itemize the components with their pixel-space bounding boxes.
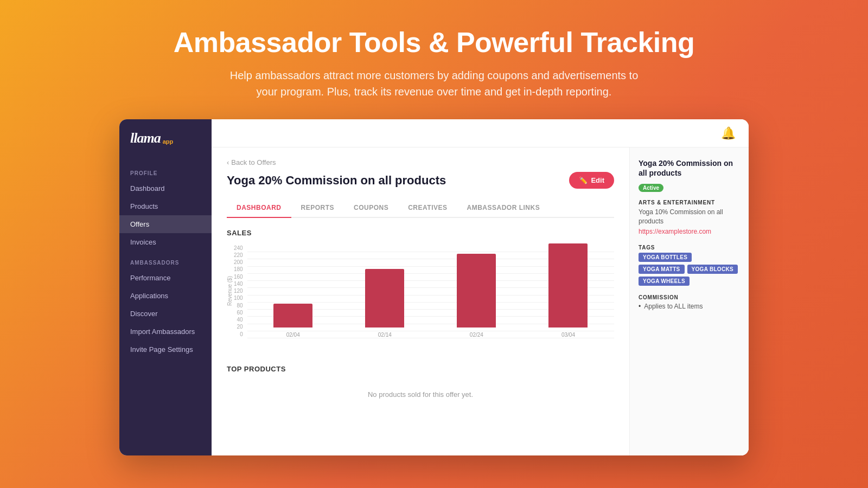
breadcrumb[interactable]: ‹ Back to Offers	[227, 158, 614, 166]
breadcrumb-text: Back to Offers	[231, 158, 276, 166]
chart-bars-area: 02/04 02/14 02/24	[247, 252, 614, 352]
sidebar-item-offers[interactable]: Offers	[119, 215, 212, 233]
profile-section-label: PROFILE	[119, 162, 212, 179]
panel-tags-label: TAGS	[639, 245, 740, 251]
panel-category-desc: Yoga 10% Commission on all products	[639, 208, 740, 226]
y-label-240: 240	[234, 245, 243, 251]
edit-button[interactable]: ✏️ Edit	[569, 172, 614, 189]
app-window: llama app PROFILE Dashboard Products Off…	[119, 119, 749, 455]
bar-group-3: 02/24	[457, 254, 496, 338]
commission-item: Applies to ALL items	[639, 303, 740, 310]
tab-ambassador-links[interactable]: AMBASSADOR LINKS	[457, 198, 550, 218]
y-label-200: 200	[234, 259, 243, 265]
main-panel: ‹ Back to Offers Yoga 20% Commission on …	[212, 147, 629, 455]
hero-section: Ambassador Tools & Powerful Tracking Hel…	[0, 0, 868, 119]
offer-header: Yoga 20% Commission on all products ✏️ E…	[227, 172, 614, 189]
bar-0304	[548, 243, 588, 328]
no-products-message: No products sold for this offer yet.	[227, 380, 614, 409]
y-label-0: 0	[240, 331, 243, 337]
sidebar-item-discover[interactable]: Discover	[119, 305, 212, 323]
y-label-80: 80	[237, 303, 243, 309]
bar-group-4: 03/04	[548, 243, 588, 338]
tab-reports[interactable]: REPORTS	[291, 198, 344, 218]
panel-tags-section: TAGS YOGA BOTTLES YOGA MATTS YOGA BLOCKS…	[639, 245, 740, 286]
bar-label-0214: 02/14	[378, 332, 392, 338]
y-label-220: 220	[234, 252, 243, 258]
hero-subtitle: Help ambassadors attract more customers …	[228, 67, 640, 100]
chevron-left-icon: ‹	[227, 158, 229, 166]
bar-0214	[365, 269, 404, 328]
y-axis-container: Revenue ($) 240 220 200 180 160 140 120 …	[227, 241, 247, 341]
sidebar-item-dashboard[interactable]: Dashboard	[119, 179, 212, 197]
top-products-section: TOP PRODUCTS No products sold for this o…	[227, 365, 614, 409]
sidebar: llama app PROFILE Dashboard Products Off…	[119, 119, 212, 455]
logo-text: llama	[130, 130, 161, 146]
bar-group-2: 02/14	[365, 269, 404, 338]
sidebar-item-invoices[interactable]: Invoices	[119, 233, 212, 251]
topbar: 🔔	[212, 119, 749, 147]
y-label-60: 60	[237, 310, 243, 316]
panel-store-link[interactable]: https://examplestore.com	[639, 228, 711, 235]
tab-creatives[interactable]: CREATIVES	[398, 198, 457, 218]
tags-container: YOGA BOTTLES YOGA MATTS YOGA BLOCKS YOGA…	[639, 253, 740, 286]
ambassadors-section-label: AMBASSADORS	[119, 251, 212, 269]
sales-section-title: SALES	[227, 229, 614, 237]
y-label-160: 160	[234, 274, 243, 280]
tag-yoga-matts: YOGA MATTS	[639, 265, 685, 274]
content-area: ‹ Back to Offers Yoga 20% Commission on …	[212, 147, 749, 455]
edit-icon: ✏️	[579, 176, 588, 184]
panel-category-label: ARTS & ENTERTAINMENT	[639, 200, 740, 206]
sidebar-item-import-ambassadors[interactable]: Import Ambassadors	[119, 323, 212, 341]
y-label-20: 20	[237, 324, 243, 330]
hero-title: Ambassador Tools & Powerful Tracking	[11, 26, 857, 59]
edit-label: Edit	[591, 176, 604, 184]
bar-label-0204: 02/04	[286, 332, 300, 338]
right-panel: Yoga 20% Commission on all products Acti…	[629, 147, 749, 455]
y-label-120: 120	[234, 288, 243, 294]
bar-label-0304: 03/04	[561, 332, 575, 338]
panel-commission-label: COMMISSION	[639, 294, 740, 300]
bar-label-0224: 02/24	[470, 332, 483, 338]
bar-group-1: 02/04	[273, 304, 312, 338]
status-badge: Active	[639, 184, 663, 192]
top-products-title: TOP PRODUCTS	[227, 365, 614, 373]
tag-yoga-blocks: YOGA BLOCKS	[687, 265, 738, 274]
bell-icon[interactable]: 🔔	[721, 126, 736, 140]
main-content: 🔔 ‹ Back to Offers Yoga 20% Commission o…	[212, 119, 749, 455]
bar-0224	[457, 254, 496, 328]
tag-yoga-wheels: YOGA WHEELS	[639, 277, 690, 286]
sales-chart: Revenue ($) 240 220 200 180 160 140 120 …	[227, 243, 614, 352]
bars-row: 02/04 02/14 02/24	[247, 251, 614, 338]
panel-commission-section: COMMISSION Applies to ALL items	[639, 294, 740, 310]
panel-offer-title: Yoga 20% Commission on all products	[639, 158, 740, 178]
tag-yoga-bottles: YOGA BOTTLES	[639, 253, 692, 262]
y-label-180: 180	[234, 266, 243, 272]
y-label-140: 140	[234, 281, 243, 287]
bar-0204	[273, 304, 312, 328]
tab-coupons[interactable]: COUPONS	[344, 198, 398, 218]
y-label-40: 40	[237, 317, 243, 323]
tabs-bar: DASHBOARD REPORTS COUPONS CREATIVES AMBA…	[227, 198, 614, 218]
y-axis-labels: 240 220 200 180 160 140 120 100 80 60 40…	[234, 245, 243, 337]
tab-dashboard[interactable]: DASHBOARD	[227, 198, 291, 218]
sidebar-item-invite-page-settings[interactable]: Invite Page Settings	[119, 341, 212, 358]
offer-title: Yoga 20% Commission on all products	[227, 174, 446, 188]
panel-category-section: ARTS & ENTERTAINMENT Yoga 10% Commission…	[639, 200, 740, 236]
y-axis-title: Revenue ($)	[227, 276, 233, 306]
sidebar-item-performance[interactable]: Performance	[119, 269, 212, 287]
y-label-100: 100	[234, 295, 243, 301]
sidebar-item-applications[interactable]: Applications	[119, 287, 212, 305]
grid-line-13	[247, 338, 614, 338]
logo-app: app	[163, 138, 174, 145]
logo: llama app	[119, 130, 212, 162]
sidebar-item-products[interactable]: Products	[119, 197, 212, 215]
